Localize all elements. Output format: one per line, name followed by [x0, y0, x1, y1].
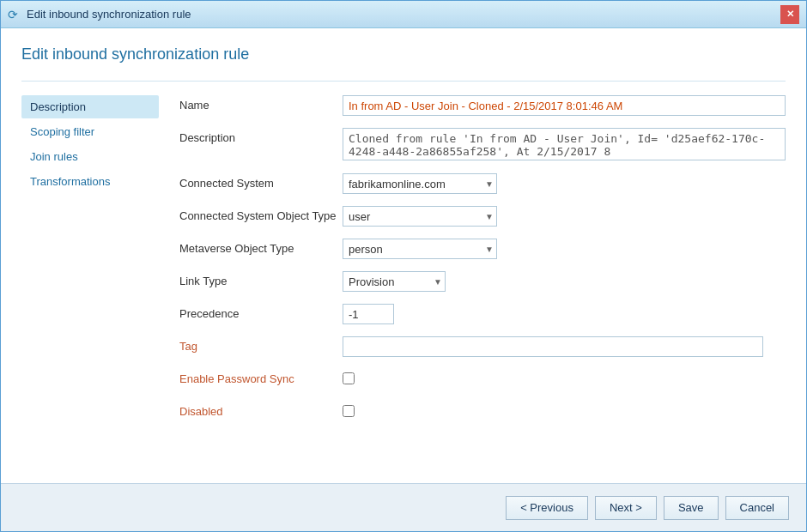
tag-label: Tag: [179, 336, 343, 353]
next-button[interactable]: Next >: [595, 496, 657, 520]
sidebar: Description Scoping filter Join rules Tr…: [21, 95, 159, 483]
connected-system-value: fabrikamonline.com ▼: [343, 173, 786, 194]
enable-password-sync-label: Enable Password Sync: [179, 369, 343, 385]
description-label: Description: [179, 128, 343, 144]
content-area: Edit inbound synchronization rule Descri…: [1, 28, 806, 483]
tag-value: [343, 336, 786, 357]
connected-system-wrapper: fabrikamonline.com ▼: [343, 173, 497, 194]
window-title: Edit inbound synchronization rule: [27, 8, 191, 21]
sidebar-item-scoping-filter[interactable]: Scoping filter: [21, 120, 159, 143]
enable-password-sync-value: [343, 369, 786, 387]
name-row: Name: [179, 95, 786, 118]
sidebar-item-description[interactable]: Description: [21, 95, 159, 118]
connected-system-object-type-label: Connected System Object Type: [179, 206, 343, 222]
tag-input[interactable]: [343, 336, 763, 357]
precedence-label: Precedence: [179, 304, 343, 320]
description-value: Cloned from rule 'In from AD - User Join…: [343, 128, 786, 163]
sidebar-item-transformations[interactable]: Transformations: [21, 170, 159, 193]
title-bar-left: ⟳ Edit inbound synchronization rule: [8, 8, 191, 21]
title-bar: ⟳ Edit inbound synchronization rule ✕: [1, 1, 806, 28]
previous-button[interactable]: < Previous: [506, 496, 588, 520]
tag-row: Tag: [179, 336, 786, 359]
metaverse-object-type-label: Metaverse Object Type: [179, 239, 343, 255]
name-label: Name: [179, 95, 343, 112]
metaverse-object-type-value: person ▼: [343, 239, 786, 259]
save-button[interactable]: Save: [664, 496, 719, 520]
connected-system-select[interactable]: fabrikamonline.com: [343, 173, 497, 194]
link-type-value: Provision Join StickyJoin ▼: [343, 271, 786, 292]
disabled-label: Disabled: [179, 402, 343, 418]
link-type-label: Link Type: [179, 271, 343, 287]
connected-system-label: Connected System: [179, 173, 343, 190]
link-type-wrapper: Provision Join StickyJoin ▼: [343, 271, 786, 292]
cancel-button[interactable]: Cancel: [725, 496, 789, 520]
sidebar-item-join-rules[interactable]: Join rules: [21, 145, 159, 168]
app-icon: ⟳: [8, 8, 21, 21]
precedence-input[interactable]: [343, 304, 394, 324]
connected-system-object-type-value: user ▼: [343, 206, 786, 227]
connected-system-object-type-select[interactable]: user: [343, 206, 497, 227]
connected-system-object-type-row: Connected System Object Type user ▼: [179, 206, 786, 228]
description-input[interactable]: Cloned from rule 'In from AD - User Join…: [343, 128, 786, 160]
connected-system-row: Connected System fabrikamonline.com ▼: [179, 173, 786, 196]
link-type-row: Link Type Provision Join StickyJoin ▼: [179, 271, 786, 293]
close-button[interactable]: ✕: [780, 5, 799, 24]
link-type-select[interactable]: Provision Join StickyJoin: [343, 271, 446, 292]
link-type-select-wrapper: Provision Join StickyJoin ▼: [343, 271, 446, 292]
metaverse-object-type-wrapper: person ▼: [343, 239, 497, 259]
precedence-value: [343, 304, 786, 324]
disabled-value: [343, 402, 786, 420]
description-row: Description Cloned from rule 'In from AD…: [179, 128, 786, 163]
name-value: [343, 95, 786, 116]
disabled-checkbox[interactable]: [343, 405, 355, 417]
precedence-row: Precedence: [179, 304, 786, 326]
divider: [21, 81, 786, 82]
disabled-row: Disabled: [179, 402, 786, 424]
metaverse-object-type-row: Metaverse Object Type person ▼: [179, 239, 786, 261]
connected-system-object-type-wrapper: user ▼: [343, 206, 497, 227]
main-window: ⟳ Edit inbound synchronization rule ✕ Ed…: [0, 0, 807, 532]
enable-password-sync-checkbox[interactable]: [343, 372, 355, 384]
main-layout: Description Scoping filter Join rules Tr…: [21, 95, 786, 483]
page-title: Edit inbound synchronization rule: [21, 45, 786, 63]
footer: < Previous Next > Save Cancel: [1, 483, 806, 531]
metaverse-object-type-select[interactable]: person: [343, 239, 497, 259]
name-input[interactable]: [343, 95, 786, 116]
form-area: Name Description Cloned from rule 'In fr…: [179, 95, 786, 483]
enable-password-sync-row: Enable Password Sync: [179, 369, 786, 391]
